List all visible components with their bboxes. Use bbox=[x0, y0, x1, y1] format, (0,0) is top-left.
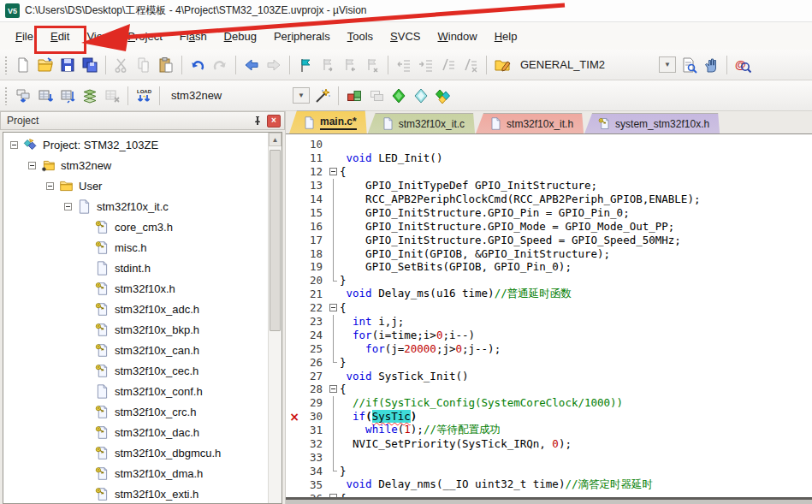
page-key-icon bbox=[94, 323, 110, 337]
menu-svcs[interactable]: SVCS bbox=[382, 26, 429, 47]
fold-margin[interactable] bbox=[329, 165, 340, 179]
tree-item-label: stm32f10x_crc.h bbox=[115, 406, 196, 418]
redo-button bbox=[210, 55, 230, 75]
tree-item-stm32f10x-h[interactable]: stm32f10x.h bbox=[3, 278, 268, 299]
unindent-button bbox=[394, 55, 414, 75]
tree-item-stm32f10x-cec-h[interactable]: stm32f10x_cec.h bbox=[3, 360, 268, 381]
error-marker-icon[interactable]: × bbox=[286, 411, 303, 423]
translate-button[interactable] bbox=[13, 86, 33, 106]
search-text-combo[interactable]: GENERAL_TIM2 bbox=[513, 58, 657, 71]
manage-rte-button[interactable] bbox=[388, 86, 409, 106]
new-file-button[interactable] bbox=[13, 55, 33, 75]
tab-main-c-[interactable]: main.c* bbox=[289, 110, 367, 133]
menu-peripherals[interactable]: Peripherals bbox=[265, 26, 339, 47]
open-file-button[interactable] bbox=[35, 55, 56, 75]
menu-tools[interactable]: Tools bbox=[339, 26, 382, 47]
find-in-files-button[interactable] bbox=[679, 55, 699, 75]
tree-item-core-cm3-h[interactable]: core_cm3.h bbox=[3, 216, 268, 237]
tab-system-stm32f10x-h[interactable]: system_stm32f10x.h bbox=[584, 113, 720, 133]
editor-tab-bar: main.c*stm32f10x_it.cstm32f10x_it.hsyste… bbox=[286, 111, 812, 134]
tree-item-stm32f10x-it-c[interactable]: stm32f10x_it.c bbox=[3, 196, 268, 216]
tree-item-stm32f10x-conf-h[interactable]: stm32f10x_conf.h bbox=[3, 381, 268, 401]
menu-debug[interactable]: Debug bbox=[216, 26, 265, 47]
line-number: 28 bbox=[303, 382, 329, 395]
build-button[interactable] bbox=[35, 86, 56, 106]
code-line-26: 26} bbox=[286, 355, 812, 369]
tree-item-stm32f10x-exti-h[interactable]: stm32f10x_exti.h bbox=[3, 483, 268, 504]
fold-margin[interactable] bbox=[329, 301, 340, 315]
project-tree-scrollbar[interactable]: ▲ bbox=[268, 133, 282, 503]
collapse-box-icon[interactable] bbox=[28, 162, 36, 169]
navigate-back-button[interactable] bbox=[241, 55, 262, 75]
tree-item-misc-h[interactable]: misc.h bbox=[3, 237, 268, 258]
edit-search-settings-button[interactable] bbox=[492, 55, 513, 75]
tree-item-stm32f10x-crc-h[interactable]: stm32f10x_crc.h bbox=[3, 401, 268, 422]
code-text: GPIO_InitTypeDef GPIO_InitStructure; bbox=[340, 179, 597, 192]
toggle-bookmark-button[interactable] bbox=[295, 55, 316, 75]
code-editor[interactable]: 1011 void LED_Init()12{13 GPIO_InitTypeD… bbox=[286, 135, 812, 497]
search-text-dropdown-icon[interactable]: ▼ bbox=[659, 56, 676, 73]
menu-edit[interactable]: Edit bbox=[42, 26, 78, 47]
page-key-icon bbox=[94, 425, 110, 440]
pack-installer-button[interactable] bbox=[411, 86, 431, 106]
menu-flash[interactable]: Flash bbox=[171, 26, 216, 47]
toolbar-separator bbox=[726, 56, 727, 74]
fold-margin bbox=[329, 138, 340, 151]
lookup-button[interactable]: @ bbox=[732, 55, 753, 75]
tab-stm32f10x-it-c[interactable]: stm32f10x_it.c bbox=[368, 113, 475, 133]
tree-page-icon bbox=[76, 199, 92, 214]
collapse-box-icon[interactable] bbox=[10, 141, 18, 149]
save-all-button[interactable] bbox=[80, 55, 100, 75]
save-button[interactable] bbox=[57, 55, 78, 75]
toolbar-grip[interactable] bbox=[4, 56, 9, 74]
menu-window[interactable]: Window bbox=[429, 26, 485, 47]
fold-margin bbox=[329, 219, 340, 233]
menu-view[interactable]: View bbox=[78, 26, 119, 47]
manage-project-items-button[interactable] bbox=[344, 86, 365, 106]
tree-item-stm32f10x-dac-h[interactable]: stm32f10x_dac.h bbox=[3, 422, 268, 442]
scrollbar-thumb[interactable] bbox=[270, 150, 281, 331]
fold-margin[interactable] bbox=[329, 491, 340, 497]
fold-collapse-icon[interactable] bbox=[329, 168, 337, 175]
rebuild-button[interactable] bbox=[57, 86, 78, 106]
toolbar-grip[interactable] bbox=[4, 86, 9, 105]
fold-collapse-icon[interactable] bbox=[329, 304, 337, 311]
target-select-dropdown-icon[interactable]: ▼ bbox=[293, 87, 310, 104]
uvision-window: V5 C:\Users\DS\Desktop\工程模板 - 4\Project\… bbox=[0, 0, 812, 504]
tree-item-user[interactable]: User bbox=[3, 175, 268, 196]
menu-file[interactable]: File bbox=[7, 26, 42, 47]
paste-button[interactable] bbox=[156, 55, 176, 75]
tree-item-label: stm32f10x_bkp.h bbox=[115, 323, 199, 336]
line-number: 12 bbox=[303, 165, 329, 178]
scrollbar-up-icon[interactable]: ▲ bbox=[269, 133, 282, 146]
tree-item-stm32f10x-can-h[interactable]: stm32f10x_can.h bbox=[3, 340, 268, 360]
tree-item-stm32f10x-dbgmcu-h[interactable]: stm32f10x_dbgmcu.h bbox=[3, 442, 268, 463]
fold-collapse-icon[interactable] bbox=[329, 385, 337, 393]
tree-item-stdint-h[interactable]: stdint.h bbox=[3, 258, 268, 278]
fold-margin bbox=[329, 477, 340, 491]
fold-margin[interactable] bbox=[329, 382, 340, 396]
target-select-combo[interactable]: stm32new bbox=[164, 89, 291, 102]
undo-button[interactable] bbox=[187, 55, 208, 75]
tree-item-stm32new[interactable]: stm32new bbox=[3, 155, 268, 175]
code-line-31: 31 while(1);//等待配置成功 bbox=[286, 424, 812, 437]
options-for-target-button[interactable] bbox=[312, 86, 333, 106]
collapse-box-icon[interactable] bbox=[46, 182, 54, 190]
tree-item-stm32f10x-adc-h[interactable]: stm32f10x_adc.h bbox=[3, 299, 268, 319]
menu-help[interactable]: Help bbox=[486, 26, 526, 47]
tree-item-project-stm32-103ze[interactable]: Project: STM32_103ZE bbox=[3, 134, 268, 155]
pin-icon[interactable] bbox=[251, 115, 264, 127]
close-project-panel-icon[interactable]: × bbox=[267, 115, 281, 127]
pack-manager-button[interactable] bbox=[433, 86, 453, 106]
tree-item-stm32f10x-dma-h[interactable]: stm32f10x_dma.h bbox=[3, 463, 268, 483]
menu-project[interactable]: Project bbox=[119, 26, 170, 47]
tab-stm32f10x-it-h[interactable]: stm32f10x_it.h bbox=[476, 113, 584, 133]
code-line-13: 13 GPIO_InitTypeDef GPIO_InitStructure; bbox=[286, 179, 812, 193]
tree-item-stm32f10x-bkp-h[interactable]: stm32f10x_bkp.h bbox=[3, 319, 268, 340]
batch-build-button[interactable] bbox=[80, 86, 100, 106]
grep-button[interactable] bbox=[701, 55, 721, 75]
collapse-box-icon[interactable] bbox=[64, 203, 72, 210]
download-button[interactable]: LOAD bbox=[133, 86, 154, 106]
folder-icon bbox=[58, 179, 74, 193]
tab-label: system_stm32f10x.h bbox=[615, 118, 709, 130]
